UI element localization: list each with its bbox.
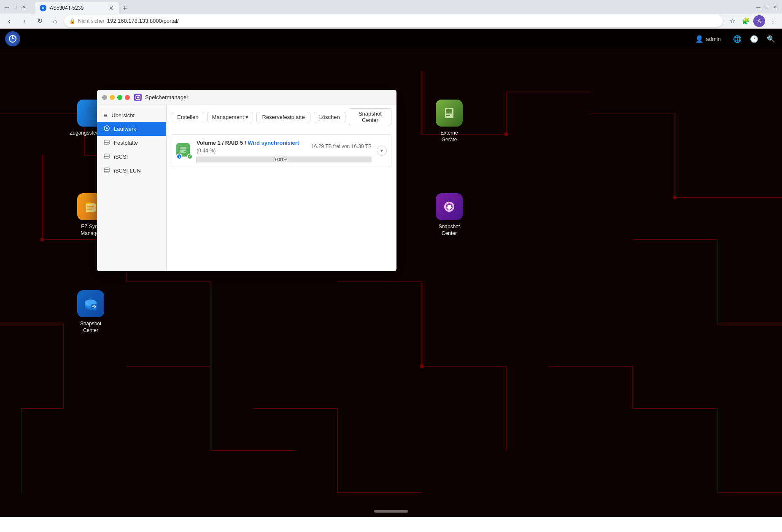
sidebar-icon-laufwerk: [104, 125, 110, 132]
externe-geraete-icon-img: [436, 100, 463, 127]
browser-chrome: — □ ✕ A AS5304T-5239 ✕ + — □ ✕ ‹ › ↻ ⌂ 🔒…: [0, 0, 782, 29]
sidebar-item-uebersicht[interactable]: ≡ Übersicht: [97, 108, 166, 122]
volume-space: 16.29 TB frei von 16.30 TB: [311, 143, 372, 149]
snapshot-center-icon-img: [77, 290, 104, 317]
management-chevron: ▾: [245, 114, 248, 120]
externe-geraete-label: Externe Geräte: [432, 130, 466, 143]
traffic-dot-1[interactable]: [102, 95, 107, 100]
forward-button[interactable]: ›: [19, 15, 30, 27]
maximize-button[interactable]: □: [12, 3, 19, 10]
address-input-container[interactable]: 🔒 Nicht sicher 192.168.178.133:8000/port…: [64, 15, 723, 27]
svg-rect-36: [104, 140, 109, 144]
sidebar-item-iscsi[interactable]: iSCSI: [97, 150, 166, 164]
taskbar-bottom-indicator: [374, 510, 408, 513]
globe-button[interactable]: 🌐: [731, 33, 743, 45]
window-title-text: Speichermanager: [145, 94, 189, 100]
snapshot-center-button[interactable]: Snapshot Center: [349, 108, 391, 125]
bookmark-button[interactable]: ☆: [726, 15, 738, 27]
volume-list: i ✓ Volume 1 / R: [167, 129, 396, 172]
more-button[interactable]: ⋮: [767, 15, 779, 27]
sidebar-label-iscsi-lun: iSCSI-LUN: [114, 167, 141, 174]
progress-bar-container: 0.01%: [197, 157, 372, 162]
volume-expand-button[interactable]: ▾: [377, 146, 387, 156]
progress-label: 0.01%: [275, 157, 287, 162]
svg-point-4: [504, 132, 508, 136]
desktop-icon-snapshot-center[interactable]: Snapshot Center: [74, 290, 108, 334]
sidebar-icon-iscsi-lun: [104, 167, 110, 174]
sidebar-label-laufwerk: Laufwerk: [114, 126, 136, 132]
username-label: admin: [706, 36, 721, 42]
volume-icon-stack: i ✓: [176, 143, 191, 158]
reserve-button[interactable]: Reservefestplatte: [256, 112, 310, 122]
window-body: ≡ Übersicht Laufwerk Festplatte: [97, 105, 396, 271]
traffic-dot-red[interactable]: [125, 95, 130, 100]
tab-title: AS5304T-5239: [50, 5, 84, 11]
sidebar-item-iscsi-lun[interactable]: iSCSI-LUN: [97, 164, 166, 178]
sidebar-label-festplatte: Festplatte: [114, 140, 138, 146]
tab-close-button[interactable]: ✕: [109, 5, 114, 11]
sidebar-label-uebersicht: Übersicht: [111, 112, 135, 119]
win-close-button[interactable]: ✕: [772, 3, 779, 10]
reload-button[interactable]: ↻: [34, 15, 46, 27]
win-minimize-button[interactable]: —: [755, 3, 762, 10]
address-bar: ‹ › ↻ ⌂ 🔒 Nicht sicher 192.168.178.133:8…: [0, 14, 782, 29]
volume-percent: (0.44 %): [197, 148, 216, 154]
profile-button[interactable]: A: [753, 15, 765, 27]
storage-manager-window: Speichermanager ≡ Übersicht Laufwerk: [97, 90, 396, 271]
user-icon: 👤: [695, 35, 704, 43]
close-button[interactable]: ✕: [20, 3, 27, 10]
sidebar-label-iscsi: iSCSI: [114, 154, 128, 160]
window-titlebar: Speichermanager: [97, 90, 396, 105]
volume-item[interactable]: i ✓ Volume 1 / R: [172, 134, 391, 167]
delete-button[interactable]: Löschen: [314, 112, 345, 122]
svg-point-33: [137, 97, 139, 98]
svg-point-46: [184, 151, 186, 152]
url-text: 192.168.178.133:8000/portal/: [107, 18, 179, 24]
volume-name-text: Volume 1: [197, 140, 221, 146]
home-button[interactable]: ⌂: [49, 15, 61, 27]
svg-rect-39: [104, 154, 109, 158]
sidebar-item-festplatte[interactable]: Festplatte: [97, 136, 166, 150]
svg-rect-18: [446, 113, 452, 114]
svg-point-6: [420, 365, 423, 368]
svg-rect-22: [87, 206, 94, 207]
tab-favicon: A: [40, 5, 46, 11]
window-app-icon: [134, 94, 142, 101]
svg-rect-17: [446, 109, 452, 113]
volume-name: Volume 1 / RAID 5 / Wird synchronisiert …: [197, 140, 299, 154]
traffic-dot-yellow[interactable]: [110, 95, 115, 100]
management-dropdown[interactable]: Management ▾: [208, 112, 253, 122]
sidebar-icon-uebersicht: ≡: [104, 112, 107, 119]
sidebar-item-laufwerk[interactable]: Laufwerk: [97, 122, 166, 136]
browser-toolbar-right: ☆ 🧩 A ⋮: [726, 15, 779, 27]
win-restore-button[interactable]: □: [763, 3, 770, 10]
create-button[interactable]: Erstellen: [172, 112, 204, 122]
minimize-button[interactable]: —: [3, 3, 10, 10]
sidebar-icon-iscsi: [104, 153, 110, 160]
clock-button[interactable]: 🕐: [748, 33, 760, 45]
taskbar-divider: [726, 34, 726, 44]
active-tab[interactable]: A AS5304T-5239 ✕: [35, 2, 119, 14]
svg-point-35: [106, 127, 108, 129]
traffic-dot-green[interactable]: [117, 95, 122, 100]
search-button[interactable]: 🔍: [765, 33, 777, 45]
svg-rect-19: [446, 115, 450, 116]
toolbar: Erstellen Management ▾ Reservefestplatte…: [167, 105, 396, 129]
volume-raid-text: RAID 5: [225, 140, 243, 146]
desktop-icon-ez-sync[interactable]: Snapshot Center: [432, 193, 466, 237]
desktop-icon-externe-geraete[interactable]: Externe Geräte: [432, 100, 466, 143]
sidebar: ≡ Übersicht Laufwerk Festplatte: [97, 105, 167, 271]
main-content: Erstellen Management ▾ Reservefestplatte…: [167, 105, 396, 271]
system-logo[interactable]: [5, 31, 20, 46]
svg-point-38: [108, 143, 108, 144]
volume-info: Volume 1 / RAID 5 / Wird synchronisiert …: [197, 139, 372, 162]
taskbar-user[interactable]: 👤 admin: [695, 35, 721, 43]
back-button[interactable]: ‹: [3, 15, 15, 27]
title-bar: — □ ✕ A AS5304T-5239 ✕ + — □ ✕: [0, 0, 782, 14]
new-tab-button[interactable]: +: [119, 3, 131, 14]
window-traffic-lights: [102, 95, 130, 100]
ez-sync-label: Snapshot Center: [432, 224, 466, 237]
window-title-area: Speichermanager: [134, 94, 189, 101]
extension-button[interactable]: 🧩: [740, 15, 752, 27]
desktop: 👤 admin 🌐 🕐 🔍 👤 Zugangssteuerung: [0, 29, 782, 517]
